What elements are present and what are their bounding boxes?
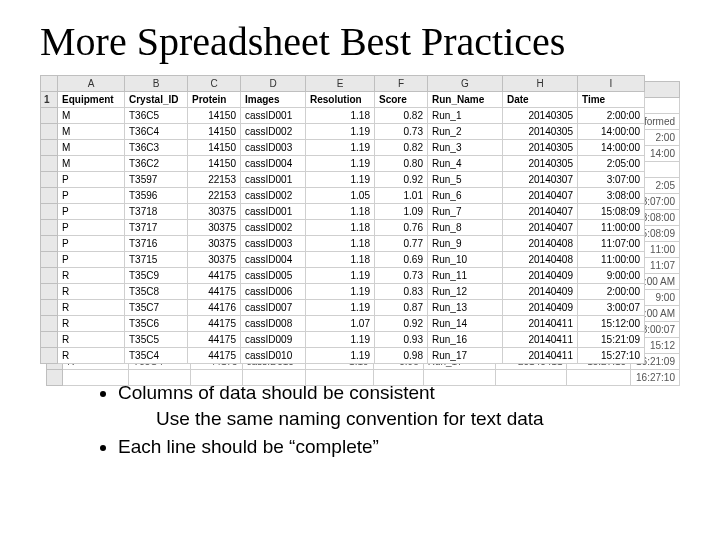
cell: M xyxy=(58,108,125,124)
cell: cassID005 xyxy=(241,268,306,284)
cell: 1.19 xyxy=(306,124,375,140)
column-header: Crystal_ID xyxy=(125,92,188,108)
cell: 30375 xyxy=(188,204,241,220)
row-number xyxy=(41,236,58,252)
cell: 0.80 xyxy=(375,156,428,172)
cell: T3596 xyxy=(125,188,188,204)
bullet-list: Columns of data should be consistent Use… xyxy=(100,382,680,458)
cell: Run_17 xyxy=(428,348,503,364)
cell: 15:27:10 xyxy=(578,348,645,364)
spreadsheet-stack: ABCDEFGHI1EquipmentCrystal_IDProteinImag… xyxy=(40,75,680,364)
cell: 14150 xyxy=(188,140,241,156)
cell: 20140307 xyxy=(503,172,578,188)
cell: 20140408 xyxy=(503,236,578,252)
cell: 1.01 xyxy=(375,188,428,204)
cell: R xyxy=(58,316,125,332)
cell: T36C2 xyxy=(125,156,188,172)
cell: 1.09 xyxy=(375,204,428,220)
ghost-cell: 16:27:10 xyxy=(631,370,680,386)
slide-title: More Spreadsheet Best Practices xyxy=(40,18,680,65)
cell: Run_13 xyxy=(428,300,503,316)
cell: cassID001 xyxy=(241,204,306,220)
col-letter: I xyxy=(578,76,645,92)
row-number xyxy=(41,316,58,332)
row-number: 1 xyxy=(41,92,58,108)
cell: cassID007 xyxy=(241,300,306,316)
col-letter: G xyxy=(428,76,503,92)
cell: cassID006 xyxy=(241,284,306,300)
cell: T36C3 xyxy=(125,140,188,156)
cell: 30375 xyxy=(188,252,241,268)
cell: 0.73 xyxy=(375,268,428,284)
cell: T35C9 xyxy=(125,268,188,284)
cell: 1.19 xyxy=(306,348,375,364)
cell: 44175 xyxy=(188,348,241,364)
cell: 30375 xyxy=(188,236,241,252)
column-header: Date xyxy=(503,92,578,108)
cell: M xyxy=(58,140,125,156)
cell: Run_6 xyxy=(428,188,503,204)
cell: cassID001 xyxy=(241,108,306,124)
cell: T35C7 xyxy=(125,300,188,316)
cell: cassID001 xyxy=(241,172,306,188)
cell: 20140411 xyxy=(503,348,578,364)
cell: 2:00:00 xyxy=(578,284,645,300)
col-letter: E xyxy=(306,76,375,92)
cell: cassID003 xyxy=(241,140,306,156)
bullet-2: Each line should be “complete” xyxy=(118,436,680,458)
cell: R xyxy=(58,284,125,300)
cell: 14150 xyxy=(188,108,241,124)
cell: R xyxy=(58,332,125,348)
cell: Run_10 xyxy=(428,252,503,268)
cell: M xyxy=(58,124,125,140)
col-letter: C xyxy=(188,76,241,92)
cell: P xyxy=(58,172,125,188)
row-number xyxy=(41,284,58,300)
cell: 0.93 xyxy=(375,332,428,348)
cell: Run_16 xyxy=(428,332,503,348)
cell: 9:00:00 xyxy=(578,268,645,284)
cell: cassID009 xyxy=(241,332,306,348)
cell: 3:00:07 xyxy=(578,300,645,316)
cell: 20140305 xyxy=(503,124,578,140)
row-number xyxy=(41,140,58,156)
cell: 0.92 xyxy=(375,172,428,188)
cell: 30375 xyxy=(188,220,241,236)
cell: 20140305 xyxy=(503,140,578,156)
cell: 15:12:00 xyxy=(578,316,645,332)
cell: cassID003 xyxy=(241,236,306,252)
cell: 1.19 xyxy=(306,140,375,156)
cell: 14150 xyxy=(188,156,241,172)
cell: 0.83 xyxy=(375,284,428,300)
cell: P xyxy=(58,220,125,236)
cell: 0.98 xyxy=(375,348,428,364)
cell: 44175 xyxy=(188,316,241,332)
cell: 20140411 xyxy=(503,332,578,348)
cell: P xyxy=(58,252,125,268)
cell: Run_2 xyxy=(428,124,503,140)
cell: 1.19 xyxy=(306,268,375,284)
cell: 14150 xyxy=(188,124,241,140)
cell: T3715 xyxy=(125,252,188,268)
row-number xyxy=(41,348,58,364)
cell: cassID002 xyxy=(241,188,306,204)
bullet-1-sub: Use the same naming convention for text … xyxy=(156,408,680,430)
cell: 14:00:00 xyxy=(578,124,645,140)
cell: Run_4 xyxy=(428,156,503,172)
cell: 1.19 xyxy=(306,332,375,348)
cell: 0.73 xyxy=(375,124,428,140)
row-number xyxy=(41,108,58,124)
cell: Run_14 xyxy=(428,316,503,332)
cell: 22153 xyxy=(188,172,241,188)
cell: 3:07:00 xyxy=(578,172,645,188)
row-number xyxy=(41,204,58,220)
cell: Run_12 xyxy=(428,284,503,300)
column-header: Protein xyxy=(188,92,241,108)
cell: T35C6 xyxy=(125,316,188,332)
cell: R xyxy=(58,348,125,364)
cell: 44175 xyxy=(188,268,241,284)
column-header: Run_Name xyxy=(428,92,503,108)
cell: T35C8 xyxy=(125,284,188,300)
cell: 0.92 xyxy=(375,316,428,332)
cell: T36C4 xyxy=(125,124,188,140)
